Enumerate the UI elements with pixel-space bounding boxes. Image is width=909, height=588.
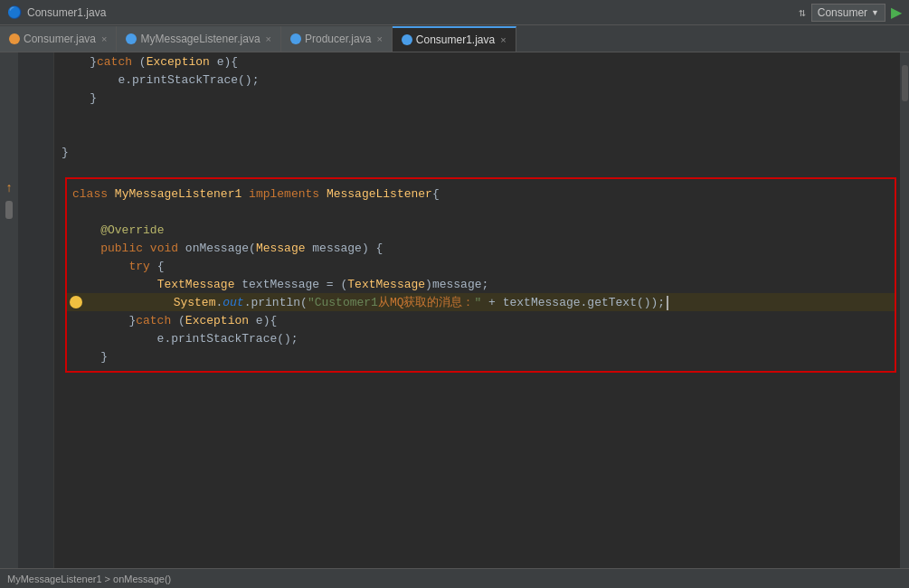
- run-button[interactable]: ▶: [891, 4, 902, 21]
- tab-close-consumer1[interactable]: ×: [500, 34, 506, 45]
- line-num-4: [18, 107, 53, 125]
- code-line-1: }catch (Exception e){: [62, 52, 900, 71]
- tab-icon-mymessagelistener: [126, 33, 137, 44]
- line-num-11: [18, 233, 53, 251]
- tab-label-consumer1: Consumer1.java: [416, 33, 495, 46]
- line-num-12: [18, 251, 53, 270]
- line-num-23: [18, 450, 53, 469]
- tab-bar: Consumer.java × MyMessageListener.java ×…: [0, 25, 909, 52]
- tab-label-mymessagelistener: MyMessageListener.java: [140, 33, 260, 45]
- code-line-6: }: [62, 143, 900, 161]
- line-num-13: [18, 270, 53, 288]
- bulb-icon[interactable]: [70, 296, 82, 308]
- tab-consumer-java[interactable]: Consumer.java ×: [0, 26, 117, 52]
- code-line-4: [62, 107, 900, 125]
- run-config-selector[interactable]: Consumer ▼: [811, 4, 885, 22]
- status-text: MyMessageListener1 > onMessage(): [7, 574, 171, 584]
- code-line-printstacktrace: e.printStackTrace();: [67, 329, 895, 347]
- tab-producer-java[interactable]: Producer.java ×: [281, 26, 393, 52]
- line-num-2: [18, 71, 53, 89]
- line-num-10: [18, 215, 53, 233]
- red-box-section: class MyMessageListener1 implements Mess…: [65, 177, 896, 373]
- line-num-17: [18, 342, 53, 360]
- editor-content[interactable]: }catch (Exception e){ e.printStackTrace(…: [54, 52, 900, 568]
- tab-close-producer[interactable]: ×: [376, 33, 382, 44]
- code-line-try: try {: [67, 257, 895, 275]
- left-nav-icons: ↑: [0, 52, 18, 568]
- title-bar: 🔵 Consumer1.java ⇅ Consumer ▼ ▶: [0, 0, 909, 25]
- tab-mymessagelistener-java[interactable]: MyMessageListener.java ×: [117, 26, 281, 52]
- line-num-7: [18, 161, 53, 179]
- code-line-method-sig: public void onMessage(Message message) {: [67, 239, 895, 257]
- code-line-class: class MyMessageListener1 implements Mess…: [67, 185, 895, 203]
- code-line-close-brace: }: [67, 347, 895, 365]
- line-num-18: [18, 360, 53, 378]
- run-config-label: Consumer: [818, 6, 867, 19]
- line-num-1: [18, 52, 53, 71]
- right-scrollbar[interactable]: [900, 52, 909, 568]
- line-num-15: [18, 306, 53, 324]
- code-line-override: @Override: [67, 221, 895, 239]
- code-line-5: [62, 125, 900, 143]
- line-num-9: [18, 197, 53, 215]
- line-num-6: [18, 143, 53, 161]
- tab-icon-producer: [290, 33, 301, 44]
- line-num-20: [18, 396, 53, 414]
- line-num-22: [18, 432, 53, 450]
- tab-icon-consumer: [9, 33, 20, 44]
- scrollbar-thumb: [5, 201, 13, 219]
- code-line-textmessage: TextMessage textMessage = (TextMessage)m…: [67, 275, 895, 293]
- sort-icon-area: ⇅: [799, 5, 806, 20]
- line-num-14: [18, 288, 53, 306]
- title-bar-left: 🔵 Consumer1.java: [7, 5, 106, 20]
- status-bar: MyMessageListener1 > onMessage(): [0, 568, 909, 588]
- line-num-19: [18, 378, 53, 396]
- tab-label-consumer: Consumer.java: [24, 33, 96, 45]
- line-num-21: [18, 414, 53, 432]
- tab-close-mymessagelistener[interactable]: ×: [266, 33, 271, 44]
- line-num-8: [18, 179, 53, 197]
- text-cursor: [667, 296, 668, 310]
- title-bar-right: ⇅ Consumer ▼ ▶: [799, 4, 902, 22]
- spacer-top: [62, 161, 900, 170]
- line-gutter: [18, 52, 54, 568]
- line-num-3: [18, 89, 53, 107]
- line-num-5: [18, 125, 53, 143]
- tab-close-consumer[interactable]: ×: [101, 33, 107, 44]
- title-bar-title: Consumer1.java: [27, 6, 106, 19]
- scrollbar-thumb-right: [902, 65, 908, 101]
- tab-consumer1-java[interactable]: Consumer1.java ×: [393, 26, 516, 52]
- code-line-2: e.printStackTrace();: [62, 71, 900, 89]
- code-line-catch: }catch (Exception e){: [67, 311, 895, 329]
- tab-label-producer: Producer.java: [305, 33, 371, 45]
- code-line-blank1: [67, 203, 895, 221]
- tab-icon-consumer1: [402, 34, 412, 45]
- editor-container: ↑ }catch (Exception e){: [0, 52, 909, 568]
- code-line-3: }: [62, 89, 900, 107]
- chevron-down-icon: ▼: [871, 8, 879, 17]
- code-line-println: System.out.println("Customer1从MQ获取的消息：" …: [67, 293, 895, 311]
- file-icon: 🔵: [7, 5, 22, 20]
- nav-up-icon[interactable]: ↑: [5, 181, 13, 195]
- sort-icon[interactable]: ⇅: [799, 5, 806, 20]
- line-num-16: [18, 324, 53, 342]
